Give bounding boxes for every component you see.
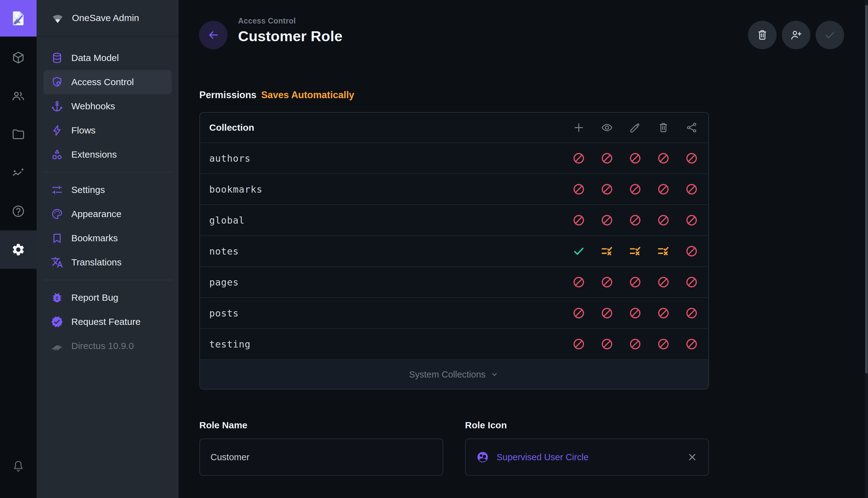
permission-toggles xyxy=(572,182,709,196)
column-delete-icon[interactable] xyxy=(657,121,670,134)
module-help[interactable] xyxy=(0,192,37,231)
permission-share-deny-toggle[interactable] xyxy=(685,182,698,196)
column-create-icon[interactable] xyxy=(572,121,585,134)
sidebar-item-flows[interactable]: Flows xyxy=(43,118,172,143)
module-bar xyxy=(0,0,37,498)
permission-read-custom-toggle[interactable] xyxy=(600,244,613,258)
permission-delete-deny-toggle[interactable] xyxy=(657,275,670,289)
scrollbar-track[interactable] xyxy=(865,0,868,498)
shield-person-icon xyxy=(51,76,63,88)
sidebar-item-bookmarks[interactable]: Bookmarks xyxy=(43,226,172,250)
block-icon xyxy=(600,152,613,165)
permission-create-deny-toggle[interactable] xyxy=(572,182,585,196)
permission-delete-deny-toggle[interactable] xyxy=(657,182,670,196)
collection-row-notes: notes xyxy=(200,235,709,266)
column-share-icon[interactable] xyxy=(685,121,698,134)
permission-toggles xyxy=(572,275,709,289)
permission-create-deny-toggle[interactable] xyxy=(572,275,585,289)
sidebar-item-request-feature[interactable]: Request Feature xyxy=(43,310,172,334)
block-icon xyxy=(657,306,670,320)
permission-update-deny-toggle[interactable] xyxy=(629,213,642,227)
permission-update-deny-toggle[interactable] xyxy=(629,306,642,320)
permission-share-deny-toggle[interactable] xyxy=(685,213,698,227)
column-update-icon[interactable] xyxy=(629,121,642,134)
block-icon xyxy=(629,152,642,165)
permission-update-deny-toggle[interactable] xyxy=(629,275,642,289)
block-icon xyxy=(600,306,613,320)
scrollbar-thumb[interactable] xyxy=(865,5,868,374)
permission-update-deny-toggle[interactable] xyxy=(629,182,642,196)
collection-row-bookmarks: bookmarks xyxy=(200,173,709,205)
page-title: Customer Role xyxy=(238,28,343,44)
permission-read-deny-toggle[interactable] xyxy=(600,182,613,196)
back-button[interactable] xyxy=(199,21,228,49)
anchor-icon xyxy=(51,100,63,113)
permission-delete-deny-toggle[interactable] xyxy=(657,213,670,227)
permission-share-deny-toggle[interactable] xyxy=(685,306,698,320)
project-header[interactable]: OneSave Admin xyxy=(37,0,179,37)
save-button[interactable] xyxy=(816,21,844,49)
block-icon xyxy=(572,275,585,289)
sidebar-item-label: Translations xyxy=(71,257,122,267)
shapes-icon xyxy=(51,148,63,161)
permission-delete-deny-toggle[interactable] xyxy=(657,337,670,351)
permission-create-deny-toggle[interactable] xyxy=(572,213,585,227)
permission-share-deny-toggle[interactable] xyxy=(685,244,698,258)
database-icon xyxy=(51,52,63,64)
invite-users-button[interactable] xyxy=(782,21,810,49)
translate-icon xyxy=(51,256,63,268)
block-icon xyxy=(572,337,585,351)
rule-icon xyxy=(600,244,613,258)
breadcrumb[interactable]: Access Control xyxy=(238,16,343,25)
sidebar-item-directus-10-9-0[interactable]: Directus 10.9.0 xyxy=(43,334,172,358)
sidebar-item-translations[interactable]: Translations xyxy=(43,250,172,274)
delete-role-button[interactable] xyxy=(748,21,777,49)
sidebar-item-webhooks[interactable]: Webhooks xyxy=(43,94,172,118)
permission-create-full-toggle[interactable] xyxy=(572,244,585,258)
module-users[interactable] xyxy=(0,77,37,115)
module-settings[interactable] xyxy=(0,231,37,269)
system-collections-label: System Collections xyxy=(409,369,486,380)
permission-read-deny-toggle[interactable] xyxy=(600,213,613,227)
role-name-input[interactable] xyxy=(199,438,443,476)
permission-update-deny-toggle[interactable] xyxy=(629,152,642,165)
permission-share-deny-toggle[interactable] xyxy=(685,275,698,289)
block-icon xyxy=(600,275,613,289)
permission-create-deny-toggle[interactable] xyxy=(572,152,585,165)
permission-share-deny-toggle[interactable] xyxy=(685,152,698,165)
block-icon xyxy=(572,213,585,227)
sidebar-item-data-model[interactable]: Data Model xyxy=(43,46,172,70)
clear-role-icon-button[interactable] xyxy=(687,451,698,463)
sidebar-item-label: Bookmarks xyxy=(71,233,118,244)
module-insights[interactable] xyxy=(0,154,37,192)
permission-read-deny-toggle[interactable] xyxy=(600,337,613,351)
close-icon xyxy=(687,451,698,463)
sidebar-item-settings[interactable]: Settings xyxy=(43,178,172,202)
block-icon xyxy=(685,244,698,258)
permission-update-custom-toggle[interactable] xyxy=(629,244,642,258)
sidebar-item-report-bug[interactable]: Report Bug xyxy=(43,286,172,310)
permission-delete-deny-toggle[interactable] xyxy=(657,306,670,320)
permission-create-deny-toggle[interactable] xyxy=(572,306,585,320)
module-content[interactable] xyxy=(0,38,37,77)
permission-read-deny-toggle[interactable] xyxy=(600,152,613,165)
permission-read-deny-toggle[interactable] xyxy=(600,275,613,289)
permission-create-deny-toggle[interactable] xyxy=(572,337,585,351)
permission-update-deny-toggle[interactable] xyxy=(629,337,642,351)
role-icon-field: Role Icon Supervised User Circle xyxy=(465,420,709,476)
permission-delete-custom-toggle[interactable] xyxy=(657,244,670,258)
permission-read-deny-toggle[interactable] xyxy=(600,306,613,320)
sidebar-item-access-control[interactable]: Access Control xyxy=(43,70,172,94)
system-collections-toggle[interactable]: System Collections xyxy=(200,359,709,389)
permission-delete-deny-toggle[interactable] xyxy=(657,152,670,165)
sidebar-item-extensions[interactable]: Extensions xyxy=(43,143,172,167)
block-icon xyxy=(685,306,698,320)
sidebar-item-appearance[interactable]: Appearance xyxy=(43,202,172,226)
column-read-icon[interactable] xyxy=(600,121,613,134)
notifications-button[interactable] xyxy=(0,452,37,481)
permission-share-deny-toggle[interactable] xyxy=(685,337,698,351)
module-files[interactable] xyxy=(0,115,37,154)
sidebar-item-label: Flows xyxy=(71,125,95,136)
project-logo[interactable] xyxy=(0,0,37,37)
role-icon-input[interactable]: Supervised User Circle xyxy=(465,438,709,476)
